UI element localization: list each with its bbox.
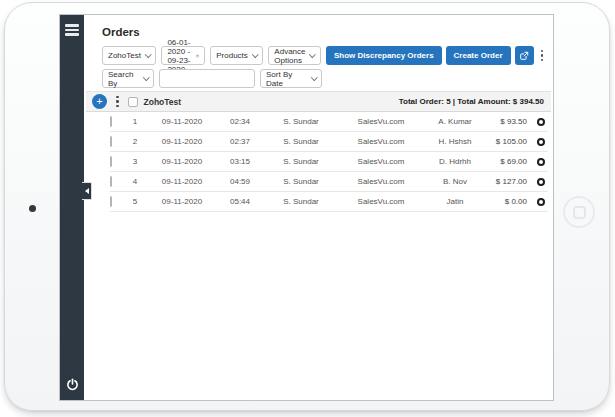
power-button[interactable] bbox=[65, 377, 80, 392]
app-screen: Orders ZohoTest 06-01-2020 - 09-23-2020 bbox=[59, 14, 554, 401]
sidebar bbox=[60, 15, 84, 400]
chevron-down-icon bbox=[252, 51, 258, 57]
orders-page: Orders ZohoTest 06-01-2020 - 09-23-2020 bbox=[84, 15, 553, 400]
search-by-select[interactable]: Search By bbox=[102, 69, 154, 88]
row-actions-button[interactable] bbox=[534, 178, 548, 186]
order-date: 09-11-2020 bbox=[144, 157, 220, 166]
row-actions-button[interactable] bbox=[534, 158, 548, 166]
account-select[interactable]: ZohoTest bbox=[102, 46, 156, 65]
search-by-value: Search By bbox=[108, 70, 139, 88]
export-button[interactable] bbox=[515, 46, 534, 65]
filter-row-1: ZohoTest 06-01-2020 - 09-23-2020 bbox=[102, 46, 546, 65]
order-amount: $ 69.00 bbox=[490, 157, 534, 166]
calendar-icon bbox=[196, 51, 199, 61]
order-source: SalesVu.com bbox=[342, 177, 420, 186]
customer-name: B. Nov bbox=[420, 177, 490, 186]
sort-by-select[interactable]: Sort By Date bbox=[260, 69, 322, 88]
row-index: 5 bbox=[126, 197, 144, 206]
chevron-down-icon bbox=[143, 74, 149, 80]
staff-name: S. Sundar bbox=[260, 157, 342, 166]
toolbar-actions: Show Discrepancy Orders Create Order bbox=[326, 46, 546, 65]
front-camera bbox=[29, 205, 36, 212]
plus-icon: + bbox=[96, 95, 102, 108]
order-source: SalesVu.com bbox=[342, 137, 420, 146]
order-amount: $ 93.50 bbox=[490, 117, 534, 126]
home-button-icon bbox=[573, 206, 586, 219]
table-row[interactable]: 1 09-11-2020 02:34 S. Sundar SalesVu.com… bbox=[110, 112, 548, 132]
order-date: 09-11-2020 bbox=[144, 197, 220, 206]
list-header: + ZohoTest Total Order: 5 | Total Amount… bbox=[86, 91, 551, 112]
row-actions-button[interactable] bbox=[534, 118, 548, 126]
search-input[interactable] bbox=[165, 74, 249, 83]
staff-name: S. Sundar bbox=[260, 197, 342, 206]
staff-name: S. Sundar bbox=[260, 137, 342, 146]
order-time: 02:37 bbox=[220, 137, 260, 146]
settings-icon bbox=[537, 178, 545, 186]
order-date: 09-11-2020 bbox=[144, 177, 220, 186]
row-actions-button[interactable] bbox=[534, 198, 548, 206]
order-date: 09-11-2020 bbox=[144, 117, 220, 126]
table-row[interactable]: 2 09-11-2020 02:37 S. Sundar SalesVu.com… bbox=[110, 132, 548, 152]
advance-options-value: Advance Options bbox=[274, 47, 305, 65]
external-link-icon bbox=[519, 51, 529, 61]
row-actions-button[interactable] bbox=[534, 138, 548, 146]
order-time: 05:44 bbox=[220, 197, 260, 206]
order-time: 02:34 bbox=[220, 117, 260, 126]
row-checkbox[interactable] bbox=[110, 116, 112, 127]
staff-name: S. Sundar bbox=[260, 117, 342, 126]
advance-options-select[interactable]: Advance Options bbox=[268, 46, 321, 65]
products-select[interactable]: Products bbox=[210, 46, 263, 65]
list-menu-icon[interactable] bbox=[113, 94, 122, 110]
chevron-down-icon bbox=[310, 51, 316, 57]
page-title: Orders bbox=[102, 26, 140, 38]
row-checkbox[interactable] bbox=[110, 196, 112, 207]
home-button[interactable] bbox=[563, 196, 595, 228]
orders-table: 1 09-11-2020 02:34 S. Sundar SalesVu.com… bbox=[84, 112, 553, 212]
customer-name: Jatin bbox=[420, 197, 490, 206]
order-date: 09-11-2020 bbox=[144, 137, 220, 146]
customer-name: D. Hdrhh bbox=[420, 157, 490, 166]
customer-name: A. Kumar bbox=[420, 117, 490, 126]
order-source: SalesVu.com bbox=[342, 157, 420, 166]
row-checkbox[interactable] bbox=[110, 176, 112, 187]
row-checkbox[interactable] bbox=[110, 136, 112, 147]
create-order-button[interactable]: Create Order bbox=[446, 46, 511, 65]
group-label: ZohoTest bbox=[144, 97, 182, 107]
order-source: SalesVu.com bbox=[342, 117, 420, 126]
add-order-button[interactable]: + bbox=[92, 94, 107, 109]
chevron-down-icon bbox=[311, 74, 317, 80]
table-row[interactable]: 3 09-11-2020 03:15 S. Sundar SalesVu.com… bbox=[110, 152, 548, 172]
settings-icon bbox=[537, 198, 545, 206]
order-time: 04:59 bbox=[220, 177, 260, 186]
row-index: 2 bbox=[126, 137, 144, 146]
row-index: 4 bbox=[126, 177, 144, 186]
order-amount: $ 127.00 bbox=[490, 177, 534, 186]
table-row[interactable]: 4 09-11-2020 04:59 S. Sundar SalesVu.com… bbox=[110, 172, 548, 192]
order-amount: $ 105.00 bbox=[490, 137, 534, 146]
settings-icon bbox=[537, 138, 545, 146]
chevron-down-icon bbox=[145, 51, 151, 57]
customer-name: H. Hshsh bbox=[420, 137, 490, 146]
sort-by-value: Sort By Date bbox=[266, 70, 307, 88]
account-select-value: ZohoTest bbox=[108, 51, 141, 60]
products-select-value: Products bbox=[216, 51, 248, 60]
order-amount: $ 0.00 bbox=[490, 197, 534, 206]
table-row[interactable]: 5 09-11-2020 05:44 S. Sundar SalesVu.com… bbox=[110, 192, 548, 212]
tablet-frame: Orders ZohoTest 06-01-2020 - 09-23-2020 bbox=[4, 2, 610, 411]
settings-icon bbox=[537, 118, 545, 126]
search-input-wrap bbox=[159, 69, 255, 88]
date-range-input[interactable]: 06-01-2020 - 09-23-2020 bbox=[161, 46, 205, 65]
row-checkbox[interactable] bbox=[110, 156, 112, 167]
more-options-menu[interactable] bbox=[538, 48, 547, 64]
row-index: 3 bbox=[126, 157, 144, 166]
settings-icon bbox=[537, 158, 545, 166]
order-source: SalesVu.com bbox=[342, 197, 420, 206]
totals-summary: Total Order: 5 | Total Amount: $ 394.50 bbox=[399, 97, 544, 106]
order-time: 03:15 bbox=[220, 157, 260, 166]
row-index: 1 bbox=[126, 117, 144, 126]
select-all-checkbox[interactable] bbox=[128, 97, 138, 107]
hamburger-menu-icon[interactable] bbox=[65, 24, 79, 36]
show-discrepancy-orders-button[interactable]: Show Discrepancy Orders bbox=[326, 46, 442, 65]
power-icon bbox=[66, 378, 79, 391]
page: Orders ZohoTest 06-01-2020 - 09-23-2020 bbox=[0, 0, 615, 417]
